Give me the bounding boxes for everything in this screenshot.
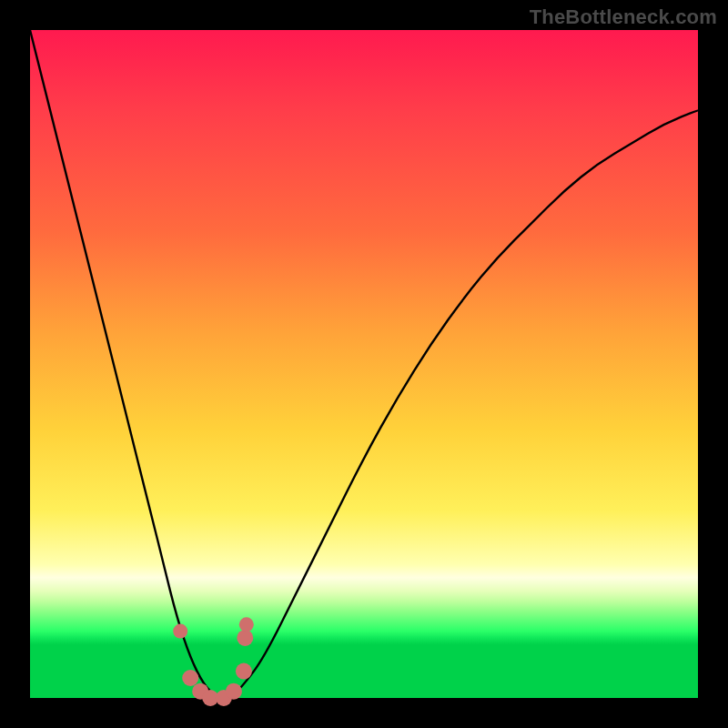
bottleneck-curve <box>30 30 698 698</box>
curve-marker <box>236 663 252 680</box>
curve-marker <box>226 683 242 700</box>
markers-group <box>173 617 254 706</box>
chart-frame: TheBottleneck.com <box>0 0 728 728</box>
plot-area <box>30 30 698 698</box>
curve-marker <box>173 624 187 639</box>
curve-marker <box>237 630 253 646</box>
watermark-text: TheBottleneck.com <box>530 5 717 29</box>
curve-marker <box>239 617 254 632</box>
curve-marker <box>182 670 198 686</box>
curve-layer <box>30 30 698 698</box>
